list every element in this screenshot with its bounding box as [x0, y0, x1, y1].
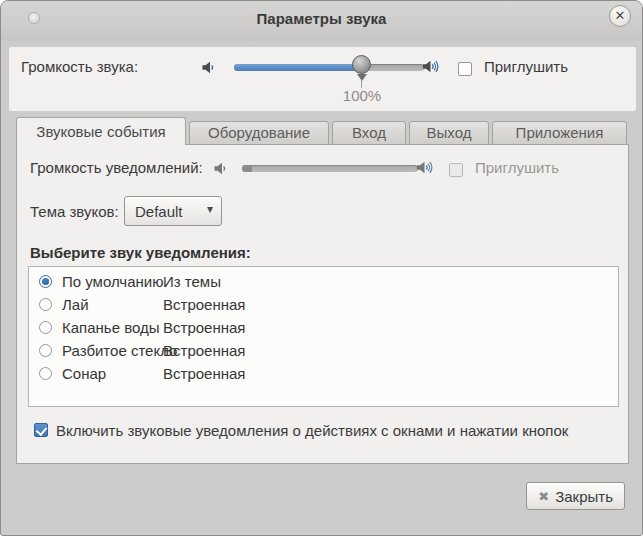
- tab-applications[interactable]: Приложения: [492, 121, 627, 145]
- window-sounds-checkbox[interactable]: [34, 423, 48, 437]
- window-close-button[interactable]: ✕: [609, 5, 631, 27]
- master-mute-label[interactable]: Приглушить: [484, 58, 568, 75]
- sound-name: Лай: [62, 296, 89, 313]
- notification-mute-checkbox: [449, 163, 463, 177]
- radio-selected[interactable]: [39, 275, 52, 288]
- sound-source: Встроенная: [163, 365, 245, 382]
- window-sounds-label[interactable]: Включить звуковые уведомления о действия…: [56, 422, 568, 439]
- notification-mute-label: Приглушить: [475, 159, 559, 176]
- list-item[interactable]: Лай Встроенная: [29, 295, 618, 318]
- tab-output[interactable]: Выход: [409, 121, 489, 145]
- master-mute-checkbox[interactable]: [458, 62, 472, 76]
- notification-volume-label: Громкость уведомлений:: [30, 159, 203, 176]
- sound-name: Сонар: [62, 365, 106, 382]
- sound-theme-dropdown[interactable]: Default ▾: [124, 196, 222, 226]
- master-volume-slider-fill: [234, 64, 361, 71]
- list-item[interactable]: Разбитое стекло Встроенная: [29, 341, 618, 364]
- close-icon: ✕: [615, 8, 626, 23]
- speaker-low-icon: [201, 60, 216, 75]
- close-x-icon: ✖: [538, 489, 549, 504]
- close-button-label: Закрыть: [555, 488, 613, 505]
- sound-name: По умолчанию: [62, 273, 163, 290]
- radio-unselected[interactable]: [39, 344, 52, 357]
- notification-volume-slider-fill: [242, 165, 252, 172]
- sound-name: Разбитое стекло: [62, 342, 177, 359]
- speaker-high-icon: [416, 159, 434, 176]
- list-item[interactable]: По умолчанию Из темы: [29, 272, 618, 295]
- speaker-high-icon: [422, 58, 440, 75]
- tab-hardware[interactable]: Оборудование: [189, 121, 329, 145]
- tab-input[interactable]: Вход: [332, 121, 406, 145]
- sound-source: Из темы: [163, 273, 221, 290]
- tab-bar: Звуковые события Оборудование Вход Выход…: [16, 117, 629, 145]
- radio-unselected[interactable]: [39, 321, 52, 334]
- notification-sound-list: По умолчанию Из темы Лай Встроенная Капа…: [28, 266, 619, 407]
- master-volume-panel: Громкость звука: 100% Приглушить: [9, 47, 636, 111]
- radio-unselected[interactable]: [39, 298, 52, 311]
- sound-events-pane: Громкость уведомлений: Приглушить Тема з…: [16, 144, 629, 464]
- sound-source: Встроенная: [163, 296, 245, 313]
- radio-unselected[interactable]: [39, 367, 52, 380]
- sound-source: Встроенная: [163, 342, 245, 359]
- tab-sound-events[interactable]: Звуковые события: [16, 117, 186, 145]
- sound-preferences-window: Параметры звука ✕ Громкость звука: 100% …: [0, 0, 643, 536]
- master-volume-value: 100%: [322, 87, 402, 104]
- sound-theme-value: Default: [135, 203, 183, 220]
- close-button[interactable]: ✖ Закрыть: [526, 482, 625, 510]
- notification-volume-slider-track: [242, 165, 418, 172]
- list-item[interactable]: Сонар Встроенная: [29, 364, 618, 387]
- master-volume-label: Громкость звука:: [21, 58, 138, 75]
- sound-source: Встроенная: [163, 319, 245, 336]
- window-title: Параметры звука: [1, 10, 642, 27]
- notification-sound-header: Выберите звук уведомления:: [30, 244, 251, 261]
- chevron-down-icon: ▾: [207, 202, 213, 216]
- sound-name: Капанье воды: [62, 319, 160, 336]
- titlebar: Параметры звука ✕: [1, 1, 642, 41]
- speaker-low-icon: [213, 161, 228, 176]
- sound-theme-label: Тема звуков:: [30, 203, 119, 220]
- master-volume-slider-thumb[interactable]: [352, 55, 371, 74]
- master-volume-slider-track[interactable]: [234, 64, 424, 71]
- list-item[interactable]: Капанье воды Встроенная: [29, 318, 618, 341]
- master-volume-slider-thumb-tip: [357, 74, 367, 81]
